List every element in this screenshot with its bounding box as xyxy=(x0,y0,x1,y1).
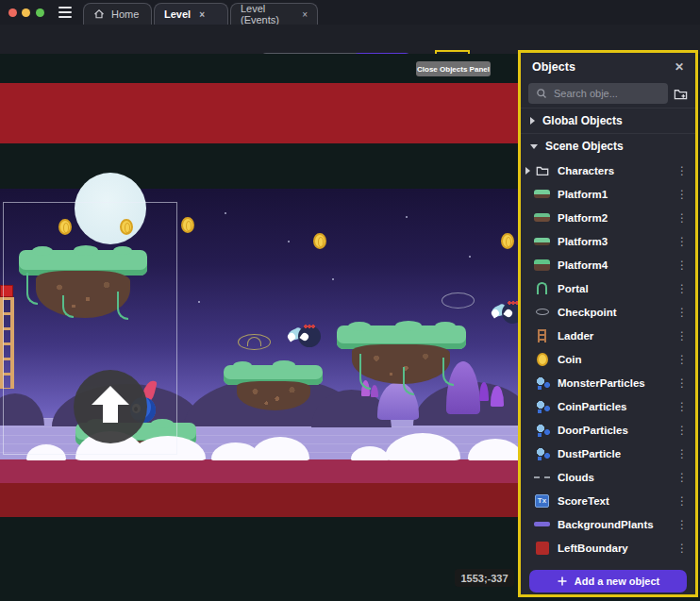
object-item-monsterparticles[interactable]: MonsterParticles ⋮ xyxy=(521,371,695,394)
object-item-checkpoint[interactable]: Checkpoint ⋮ xyxy=(521,300,695,324)
object-item-platform4[interactable]: Platform4 ⋮ xyxy=(521,253,695,276)
search-placeholder: Search obje... xyxy=(554,88,618,99)
tab-level[interactable]: Level × xyxy=(154,3,228,25)
tooltip: Close Objects Panel xyxy=(416,61,491,76)
bottom-boundary-band[interactable] xyxy=(0,483,520,517)
text-icon: Tx xyxy=(535,494,549,508)
plants-icon xyxy=(534,522,550,526)
kebab-menu-icon[interactable]: ⋮ xyxy=(676,376,686,390)
particles-icon xyxy=(535,446,550,461)
object-item-coinparticles[interactable]: CoinParticles ⋮ xyxy=(521,394,695,418)
ladder-icon xyxy=(538,329,546,342)
objects-panel: Objects ✕ Search obje... Global Objects … xyxy=(518,50,698,597)
section-global-objects[interactable]: Global Objects xyxy=(521,108,695,133)
platform2-icon xyxy=(534,213,550,222)
checkpoint-outline-marker[interactable] xyxy=(442,292,475,309)
platform-sprite[interactable] xyxy=(337,326,466,405)
particles-icon xyxy=(535,423,550,438)
object-item-portal[interactable]: Portal ⋮ xyxy=(521,276,695,300)
cloud-outline-marker[interactable] xyxy=(238,334,271,350)
kebab-menu-icon[interactable]: ⋮ xyxy=(676,259,686,272)
kebab-menu-icon[interactable]: ⋮ xyxy=(676,282,686,295)
platform3-icon xyxy=(534,238,550,245)
tab-close-icon[interactable]: × xyxy=(302,9,308,20)
coin-sprite[interactable] xyxy=(501,233,514,249)
objects-panel-header: Objects ✕ xyxy=(521,55,695,79)
kebab-menu-icon[interactable]: ⋮ xyxy=(676,400,686,413)
close-icon[interactable]: ✕ xyxy=(675,60,684,74)
scene-editor-canvas[interactable]: 1553;-337 xyxy=(0,54,520,601)
object-item-coin[interactable]: Coin ⋮ xyxy=(521,347,695,371)
star xyxy=(225,212,226,214)
star xyxy=(198,301,200,303)
main-menu-icon[interactable] xyxy=(58,7,72,18)
star xyxy=(469,256,471,258)
kebab-menu-icon[interactable]: ⋮ xyxy=(676,235,686,248)
tab-label: Level xyxy=(164,8,191,20)
kebab-menu-icon[interactable]: ⋮ xyxy=(676,188,686,201)
platform-sprite[interactable] xyxy=(224,365,323,412)
gdevelop-window: Home Level × Level (Events) × Preview Sh… xyxy=(0,0,700,601)
object-item-doorparticles[interactable]: DoorParticles ⋮ xyxy=(521,418,695,442)
tab-level-events[interactable]: Level (Events) × xyxy=(230,3,318,25)
home-icon xyxy=(93,8,105,20)
dashes-icon xyxy=(534,476,550,478)
object-item-leftboundary[interactable]: LeftBoundary ⋮ xyxy=(521,536,695,559)
object-item-ladder[interactable]: Ladder ⋮ xyxy=(521,324,695,347)
platform4-icon xyxy=(534,259,550,271)
tab-label: Level (Events) xyxy=(241,3,293,25)
kebab-menu-icon[interactable]: ⋮ xyxy=(676,329,686,342)
fullscreen-window-button[interactable] xyxy=(36,8,44,17)
tab-label: Home xyxy=(111,8,139,20)
kebab-menu-icon[interactable]: ⋮ xyxy=(676,494,686,508)
object-item-dustparticle[interactable]: DustParticle ⋮ xyxy=(521,442,695,465)
search-icon xyxy=(536,88,547,99)
object-item-backgroundplants[interactable]: BackgroundPlants ⋮ xyxy=(521,512,695,536)
object-item-characters[interactable]: Characters ⋮ xyxy=(521,159,695,182)
cursor-coordinates-badge: 1553;-337 xyxy=(455,569,514,587)
platform1-icon xyxy=(534,190,550,198)
coin-sprite[interactable] xyxy=(181,217,194,233)
object-item-scoretext[interactable]: Tx ScoreText ⋮ xyxy=(521,489,695,512)
kebab-menu-icon[interactable]: ⋮ xyxy=(676,447,686,460)
close-window-button[interactable] xyxy=(8,8,17,17)
particles-icon xyxy=(535,399,550,414)
kebab-menu-icon[interactable]: ⋮ xyxy=(676,471,686,484)
ground-band[interactable] xyxy=(0,459,520,483)
object-item-platform1[interactable]: Platform1 ⋮ xyxy=(521,182,695,206)
object-item-clouds[interactable]: Clouds ⋮ xyxy=(521,465,695,489)
object-item-platform3[interactable]: Platform3 ⋮ xyxy=(521,229,695,253)
kebab-menu-icon[interactable]: ⋮ xyxy=(676,211,686,225)
star xyxy=(332,278,334,280)
kebab-menu-icon[interactable]: ⋮ xyxy=(676,424,686,437)
chevron-right-icon[interactable] xyxy=(525,167,530,175)
selection-rectangle[interactable] xyxy=(3,202,177,455)
portal-icon xyxy=(537,282,547,294)
particles-icon xyxy=(535,376,550,391)
kebab-menu-icon[interactable]: ⋮ xyxy=(676,518,686,531)
object-list: Characters ⋮ Platform1 ⋮ Platform2 ⋮ Pla… xyxy=(521,159,695,559)
folder-icon xyxy=(534,162,550,178)
star xyxy=(288,241,290,242)
checkpoint-icon xyxy=(536,309,549,315)
add-object-button[interactable]: Add a new object xyxy=(529,570,687,593)
object-item-platform2[interactable]: Platform2 ⋮ xyxy=(521,206,695,229)
search-input[interactable]: Search obje... xyxy=(528,83,668,104)
top-boundary-band[interactable] xyxy=(0,83,520,143)
kebab-menu-icon[interactable]: ⋮ xyxy=(676,353,686,366)
boundary-icon xyxy=(536,542,549,555)
titlebar: Home Level × Level (Events) × xyxy=(0,0,700,25)
chevron-right-icon xyxy=(530,117,535,125)
section-scene-objects[interactable]: Scene Objects xyxy=(521,133,695,159)
minimize-window-button[interactable] xyxy=(22,8,30,17)
add-folder-icon[interactable] xyxy=(674,87,688,101)
plus-icon xyxy=(557,576,568,587)
kebab-menu-icon[interactable]: ⋮ xyxy=(676,164,686,177)
kebab-menu-icon[interactable]: ⋮ xyxy=(676,542,686,555)
kebab-menu-icon[interactable]: ⋮ xyxy=(676,306,686,319)
coin-sprite[interactable] xyxy=(313,233,326,249)
tab-close-icon[interactable]: × xyxy=(199,9,205,20)
coin-icon xyxy=(537,353,548,366)
tab-home[interactable]: Home xyxy=(83,3,152,25)
chevron-down-icon xyxy=(530,144,538,149)
